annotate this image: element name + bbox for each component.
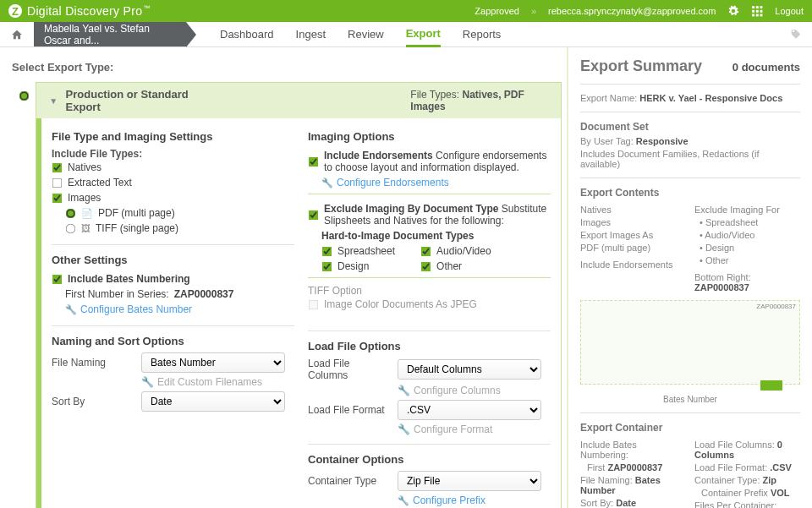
gear-icon[interactable]	[727, 5, 739, 17]
app-header: Z Digital Discovery Pro™ Zapproved » reb…	[0, 0, 812, 22]
configure-prefix-link[interactable]: 🔧Configure Prefix	[398, 494, 486, 506]
collapse-icon[interactable]: ▼	[45, 96, 63, 106]
hard-to-image-label: Hard-to-Image Document Types	[308, 228, 551, 243]
chk-extracted-text[interactable]	[52, 178, 63, 188]
svg-rect-6	[753, 14, 755, 17]
home-icon[interactable]	[0, 22, 34, 46]
lbl-extracted-text: Extracted Text	[68, 177, 132, 188]
file-naming-select[interactable]: Bates Number	[141, 352, 285, 373]
ec-container-prefix: Container Prefix VOL	[694, 488, 800, 498]
configure-columns[interactable]: 🔧Configure Columns	[398, 385, 501, 396]
user-email[interactable]: rebecca.sprynczynatyk@zapproved.com	[548, 6, 716, 16]
sc-export-images-as: Export Images As	[580, 230, 686, 240]
radio-production[interactable]	[19, 91, 29, 101]
export-summary-panel: 0 documents Export Summary Export Name: …	[567, 47, 812, 508]
tab-export[interactable]: Export	[406, 22, 441, 47]
sc-b3: • Design	[700, 243, 800, 253]
export-type-production: ▼ Production or Standard Export File Typ…	[12, 82, 562, 508]
ec-files-per: Files Per Container: 10,000	[694, 500, 800, 508]
sc-natives: Natives	[580, 205, 686, 215]
chk-image-color-jpeg	[309, 299, 319, 309]
svg-rect-3	[753, 10, 755, 13]
configure-format[interactable]: 🔧Configure Format	[398, 423, 492, 435]
sc-images: Images	[580, 217, 686, 227]
lbl-design: Design	[337, 260, 369, 272]
container-type-label: Container Type	[308, 475, 389, 487]
chk-spreadsheet[interactable]	[322, 246, 332, 256]
load-file-format-label: Load File Format	[308, 404, 389, 416]
chk-audio-video[interactable]	[421, 246, 431, 256]
main: Select Export Type: ▼ Production or Stan…	[0, 47, 812, 508]
tab-dashboard[interactable]: Dashboard	[220, 23, 274, 46]
chk-images[interactable]	[52, 193, 63, 203]
load-file-columns-label: Load File Columns	[308, 358, 389, 381]
export-contents-heading: Export Contents	[580, 187, 800, 199]
chk-include-endorsements[interactable]	[309, 156, 319, 167]
chk-include-bates[interactable]	[52, 274, 63, 284]
lbl-tiff-single: TIFF (single page)	[96, 222, 178, 234]
configure-endorsements-link[interactable]: 🔧Configure Endorsements	[321, 177, 449, 188]
lbl-audio-video: Audio/Video	[436, 245, 491, 257]
sort-by-select[interactable]: Date	[141, 391, 285, 412]
svg-rect-2	[760, 6, 763, 8]
lbl-include-bates: Include Bates Numbering	[68, 273, 190, 285]
chk-natives[interactable]	[52, 162, 63, 172]
tiff-option-heading: TIFF Option	[308, 285, 551, 297]
tab-ingest[interactable]: Ingest	[296, 23, 326, 46]
select-export-type-label: Select Export Type:	[12, 61, 562, 74]
chk-exclude-imaging[interactable]	[309, 210, 319, 220]
includes-line: Includes Document Families, Redactions (…	[580, 149, 800, 169]
container-type-select[interactable]: Zip File	[398, 471, 541, 491]
slot-header-production[interactable]: ▼ Production or Standard Export File Typ…	[36, 83, 561, 118]
ec-bates: Include Bates Numbering:	[580, 440, 686, 460]
file-type-heading: File Type and Imaging Settings	[52, 130, 294, 143]
svg-rect-5	[760, 10, 763, 13]
case-chip[interactable]: Mabella Yael vs. Stefan Oscar and...	[34, 22, 186, 46]
sc-pdf-multi: PDF (multi page)	[580, 243, 686, 253]
chk-other[interactable]	[421, 261, 431, 271]
include-file-types-label: Include File Types:	[52, 148, 294, 160]
radio-tiff-single[interactable]	[66, 223, 76, 233]
other-settings-heading: Other Settings	[52, 254, 294, 266]
image-icon: 🖼	[81, 223, 91, 233]
edit-custom-filenames: 🔧Edit Custom Filenames	[141, 376, 262, 388]
load-file-columns-select[interactable]: Default Columns	[398, 359, 541, 380]
radio-pdf-multi[interactable]	[66, 208, 76, 218]
first-bates-line: First Number in Series: ZAP0000837	[52, 287, 294, 302]
ec-container-type: Container Type: Zip	[694, 475, 800, 485]
container-options-heading: Container Options	[308, 453, 551, 466]
tab-review[interactable]: Review	[348, 23, 384, 46]
sc-include-endorsements: Include Endorsements	[580, 259, 686, 270]
lbl-pdf-multi: PDF (multi page)	[98, 207, 175, 219]
ec-lf-columns: Load File Columns: 0 Columns	[694, 440, 800, 460]
separator: »	[531, 6, 536, 16]
nav-tabs: Dashboard Ingest Review Export Reports	[186, 22, 501, 46]
tag-icon[interactable]	[780, 22, 812, 46]
sc-b2: • Audio/Video	[700, 230, 800, 240]
svg-rect-1	[756, 6, 759, 8]
svg-rect-4	[756, 10, 759, 13]
sc-bottom-right: Bottom Right: ZAP0000837	[694, 272, 800, 292]
sort-by-label: Sort By	[52, 396, 133, 407]
apps-icon[interactable]	[751, 5, 763, 17]
svg-rect-7	[756, 14, 759, 17]
load-file-format-select[interactable]: .CSV	[398, 400, 541, 420]
tab-reports[interactable]: Reports	[463, 23, 502, 46]
subbar: Mabella Yael vs. Stefan Oscar and... Das…	[0, 22, 812, 47]
page-preview: ZAP0000837	[580, 300, 800, 385]
doc-count: 0 documents	[732, 61, 800, 74]
doc-set-heading: Document Set	[580, 121, 800, 133]
configure-bates-link[interactable]: 🔧Configure Bates Number	[65, 303, 192, 315]
load-file-heading: Load File Options	[308, 340, 551, 352]
ec-sort-by: Sort By: Date	[580, 498, 686, 508]
export-container-heading: Export Container	[580, 422, 800, 434]
by-user-tag: By User Tag: Responsive	[580, 136, 800, 146]
export-name: Export Name: HERK v. Yael - Responsive D…	[580, 93, 800, 103]
sc-b4: • Other	[700, 255, 800, 265]
org-name: Zapproved	[475, 6, 519, 16]
chk-design[interactable]	[322, 261, 332, 271]
lbl-spreadsheet: Spreadsheet	[337, 245, 395, 257]
logo-icon: Z	[8, 4, 22, 18]
logout-link[interactable]: Logout	[775, 6, 804, 16]
lbl-image-color-jpeg: Image Color Documents As JPEG	[324, 298, 477, 310]
